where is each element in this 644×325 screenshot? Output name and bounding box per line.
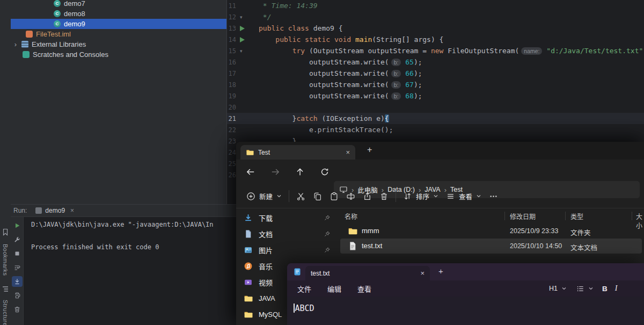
refresh-icon[interactable]: [320, 167, 330, 177]
print-icon[interactable]: [12, 290, 23, 301]
editor-line-21[interactable]: 21 }catch (IOException e){: [227, 113, 644, 124]
tree-item-demo9[interactable]: Cdemo9: [11, 19, 226, 29]
italic-button[interactable]: I: [615, 284, 618, 293]
code-text: */: [259, 13, 271, 21]
tree-item-label: demo9: [64, 20, 85, 28]
notepad-menu-文件[interactable]: 文件: [289, 284, 319, 294]
notepad-tab-title: test.txt: [311, 270, 330, 277]
notepad-menu-编辑[interactable]: 编辑: [319, 284, 349, 294]
bookmarks-toolwindow-label[interactable]: Bookmarks: [0, 237, 11, 283]
tree-item-demo8[interactable]: Cdemo8: [11, 9, 226, 19]
notepad-editor[interactable]: ABCD: [287, 297, 644, 325]
more-options-icon[interactable]: [485, 189, 502, 204]
structure-icon[interactable]: [1, 285, 10, 293]
run-tab-demo9[interactable]: demo9 ×: [35, 207, 74, 214]
heading-dropdown[interactable]: H1: [548, 284, 568, 293]
run-gutter-icon[interactable]: [240, 26, 245, 31]
run-panel: Run: demo9 ×: [11, 204, 236, 325]
notepad-menu-查看[interactable]: 查看: [349, 284, 379, 294]
list-dropdown[interactable]: [575, 284, 595, 294]
new-button-label: 新建: [259, 191, 273, 201]
soft-wrap-icon[interactable]: [12, 262, 23, 273]
editor-line-13[interactable]: 13public class demo9 {: [227, 23, 644, 34]
view-button[interactable]: 查看: [442, 188, 485, 205]
cut-icon[interactable]: [292, 189, 309, 204]
column-separator[interactable]: [504, 212, 505, 220]
editor-line-17[interactable]: 17 outputStream.write(b: 66);: [227, 68, 644, 79]
line-number: 13: [227, 25, 236, 32]
copy-icon[interactable]: [309, 189, 326, 204]
forward-icon[interactable]: [270, 167, 280, 177]
editor-line-12[interactable]: 12▾ */: [227, 11, 644, 23]
editor-line-11[interactable]: 11 * Time: 14:39: [227, 0, 644, 11]
run-panel-header: Run: demo9 ×: [11, 205, 236, 217]
file-row-mmm[interactable]: mmm2025/10/9 23:33文件夹: [340, 223, 642, 239]
code-text: e.printStackTrace();: [259, 126, 393, 134]
explorer-tab-test[interactable]: Test ×: [240, 145, 355, 160]
code-text: outputStream.write(b: 68);: [259, 92, 422, 100]
bold-button[interactable]: B: [602, 285, 608, 293]
chevron-right-icon[interactable]: ›: [13, 40, 18, 48]
column-modified[interactable]: 修改日期: [510, 212, 536, 221]
clear-trash-icon[interactable]: [12, 304, 23, 315]
sidebar-item-label: JAVA: [259, 294, 275, 302]
sidebar-item-label: 文档: [259, 229, 273, 239]
new-tab-button[interactable]: +: [367, 145, 372, 155]
sort-button[interactable]: 排序: [399, 188, 442, 205]
close-icon[interactable]: ×: [420, 269, 425, 277]
notepad-tab[interactable]: test.txt ×: [305, 266, 430, 280]
column-separator[interactable]: [632, 212, 632, 220]
new-button[interactable]: 新建: [243, 188, 286, 205]
sidebar-item-下载[interactable]: 下载: [236, 210, 338, 226]
line-number: 22: [227, 126, 236, 134]
close-icon[interactable]: ×: [70, 207, 74, 214]
tree-item-demo7[interactable]: Cdemo7: [11, 0, 226, 9]
up-icon[interactable]: [295, 167, 305, 177]
share-icon[interactable]: [359, 189, 376, 204]
editor-line-18[interactable]: 18 outputStream.write(b: 67);: [227, 79, 644, 90]
pictures-icon: [244, 245, 253, 255]
rerun-button[interactable]: [12, 220, 23, 231]
run-gutter-icon[interactable]: [240, 37, 245, 42]
paste-icon[interactable]: [326, 189, 342, 204]
column-type[interactable]: 类型: [570, 212, 583, 221]
stop-button[interactable]: [12, 248, 23, 259]
run-console[interactable]: D:\JAVA\jdk\bin\java.exe "-javaagent:D:\…: [24, 217, 236, 325]
sidebar-item-图片[interactable]: 图片: [236, 242, 338, 258]
tree-item-external-libraries[interactable]: ›External Libraries: [11, 39, 226, 49]
back-icon[interactable]: [246, 167, 255, 177]
line-number: 14: [227, 36, 236, 44]
notepad-text: ABCD: [295, 304, 314, 313]
sidebar-item-文档[interactable]: 文档: [236, 226, 338, 242]
line-number: 19: [227, 92, 236, 100]
tree-item-scratches-and-consoles[interactable]: Scratches and Consoles: [11, 49, 226, 60]
column-separator[interactable]: [565, 212, 566, 220]
file-row-test.txt[interactable]: test.txt2025/10/10 14:50文本文档: [340, 239, 642, 254]
fold-icon[interactable]: ▾: [240, 15, 243, 20]
editor-line-15[interactable]: 15▾ try (OutputStream outputStream = new…: [227, 45, 644, 56]
tree-item-filetest-iml[interactable]: FileTest.iml: [11, 29, 226, 39]
editor-line-22[interactable]: 22 e.printStackTrace();: [227, 124, 644, 135]
editor-line-16[interactable]: 16 outputStream.write(b: 65);: [227, 56, 644, 68]
new-tab-button[interactable]: +: [438, 266, 443, 276]
scroll-to-end-button[interactable]: [12, 276, 23, 287]
editor-line-14[interactable]: 14 public static void main(String[] args…: [227, 34, 644, 45]
structure-toolwindow-label[interactable]: Structure: [0, 294, 11, 325]
line-number: 23: [227, 138, 236, 145]
explorer-command-bar: 新建 排序 查看: [236, 184, 644, 208]
editor-line-19[interactable]: 19 outputStream.write(b: 68);: [227, 90, 644, 102]
bookmark-icon[interactable]: [1, 228, 10, 236]
close-icon[interactable]: ×: [346, 148, 350, 156]
view-button-label: 查看: [459, 191, 472, 201]
tree-item-label: Scratches and Consoles: [33, 50, 108, 59]
file-type: 文件夹: [570, 227, 591, 237]
code-text: public static void main(String[] args) {: [259, 35, 443, 44]
console-line: [31, 230, 236, 242]
settings-wrench-icon[interactable]: [12, 234, 23, 245]
delete-icon[interactable]: [376, 189, 392, 204]
rename-icon[interactable]: [342, 189, 359, 204]
file-modified: 2025/10/10 14:50: [510, 242, 562, 250]
column-name[interactable]: 名称: [345, 212, 357, 221]
fold-icon[interactable]: ▾: [240, 48, 243, 54]
editor-line-20[interactable]: 20: [227, 102, 644, 113]
